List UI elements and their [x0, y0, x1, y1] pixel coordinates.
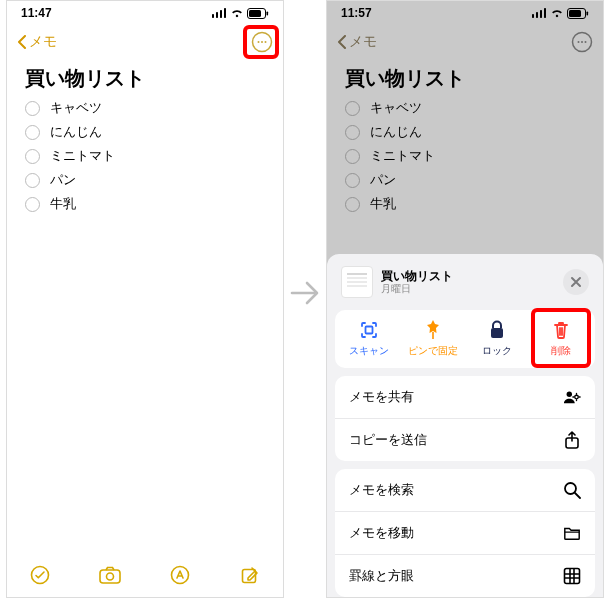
send-copy-item[interactable]: コピーを送信	[335, 418, 595, 461]
chevron-left-icon	[337, 35, 347, 49]
phone-before: 11:47 メモ 買い物リスト キャベツ にんじん ミ	[6, 0, 284, 598]
svg-rect-0	[212, 14, 214, 18]
checkbox-empty-icon[interactable]	[25, 101, 40, 116]
action-label: スキャン	[349, 344, 389, 358]
scan-icon	[359, 320, 379, 340]
list-item[interactable]: パン	[7, 168, 283, 192]
menu-label: 罫線と方眼	[349, 567, 414, 585]
svg-rect-12	[100, 570, 120, 583]
nav-bar: メモ	[7, 25, 283, 59]
list-item: キャベツ	[327, 96, 603, 120]
pin-icon	[423, 320, 443, 340]
svg-point-25	[581, 41, 583, 43]
list-item[interactable]: キャベツ	[7, 96, 283, 120]
move-note-item[interactable]: メモを移動	[335, 511, 595, 554]
wifi-icon	[230, 8, 244, 18]
cellular-icon	[212, 8, 227, 18]
back-button[interactable]: メモ	[17, 33, 57, 51]
list-item: にんじん	[327, 120, 603, 144]
more-icon	[571, 31, 593, 53]
checkbox-empty-icon	[345, 173, 360, 188]
svg-point-26	[585, 41, 587, 43]
checkbox-empty-icon	[345, 101, 360, 116]
list-item[interactable]: ミニトマト	[7, 144, 283, 168]
list-item-label: キャベツ	[50, 99, 102, 117]
more-button[interactable]	[251, 31, 273, 53]
grid-icon	[563, 567, 581, 585]
person-add-icon	[563, 388, 581, 406]
status-bar: 11:47	[7, 1, 283, 25]
checkbox-empty-icon	[345, 149, 360, 164]
cellular-icon	[532, 8, 547, 18]
search-icon	[563, 481, 581, 499]
back-label: メモ	[349, 33, 377, 51]
close-icon	[570, 276, 582, 288]
checkbox-empty-icon	[345, 125, 360, 140]
find-in-note-item[interactable]: メモを検索	[335, 469, 595, 511]
svg-point-31	[575, 395, 579, 399]
action-sheet: 買い物リスト 月曜日 スキャン ピンで固定 ロック 削除	[327, 254, 603, 597]
note-title: 買い物リスト	[327, 59, 603, 96]
checkbox-empty-icon[interactable]	[25, 125, 40, 140]
camera-button[interactable]	[99, 564, 121, 586]
phone-after: 11:57 メモ 買い物リスト キャベツ にんじん ミニトマト パン 牛乳 買い…	[326, 0, 604, 598]
more-icon	[251, 31, 273, 53]
checkbox-empty-icon[interactable]	[25, 173, 40, 188]
sheet-title: 買い物リスト	[381, 269, 453, 283]
wifi-icon	[550, 8, 564, 18]
chevron-left-icon	[17, 35, 27, 49]
checkbox-empty-icon[interactable]	[25, 149, 40, 164]
bottom-toolbar	[7, 553, 283, 597]
menu-group-main: メモを検索 メモを移動 罫線と方眼	[335, 469, 595, 597]
pin-action[interactable]: ピンで固定	[401, 316, 465, 362]
list-item-label: 牛乳	[50, 195, 76, 213]
svg-point-10	[265, 41, 267, 43]
list-item-label: にんじん	[370, 123, 422, 141]
battery-icon	[567, 8, 589, 19]
share-note-item[interactable]: メモを共有	[335, 376, 595, 418]
svg-rect-16	[532, 14, 534, 18]
status-icons	[212, 8, 269, 19]
svg-point-33	[565, 483, 576, 494]
lock-icon	[487, 320, 507, 340]
list-item-label: キャベツ	[370, 99, 422, 117]
close-button[interactable]	[563, 269, 589, 295]
checklist-button[interactable]	[29, 564, 51, 586]
markup-button[interactable]	[169, 564, 191, 586]
svg-rect-34	[565, 569, 580, 584]
compose-button[interactable]	[239, 564, 261, 586]
list-item: パン	[327, 168, 603, 192]
checkbox-empty-icon[interactable]	[25, 197, 40, 212]
menu-label: コピーを送信	[349, 431, 427, 449]
list-item: ミニトマト	[327, 144, 603, 168]
list-item: 牛乳	[327, 192, 603, 216]
scan-action[interactable]: スキャン	[337, 316, 401, 362]
svg-rect-3	[224, 8, 226, 18]
list-item-label: ミニトマト	[50, 147, 115, 165]
menu-label: メモを共有	[349, 388, 414, 406]
list-item[interactable]: にんじん	[7, 120, 283, 144]
menu-label: メモを検索	[349, 481, 414, 499]
lock-action[interactable]: ロック	[465, 316, 529, 362]
list-item[interactable]: 牛乳	[7, 192, 283, 216]
back-button: メモ	[337, 33, 377, 51]
more-button	[571, 31, 593, 53]
list-item-label: ミニトマト	[370, 147, 435, 165]
svg-rect-27	[366, 327, 373, 334]
menu-label: メモを移動	[349, 524, 414, 542]
note-title: 買い物リスト	[7, 59, 283, 96]
svg-rect-1	[216, 12, 218, 18]
svg-rect-2	[220, 10, 222, 18]
svg-rect-28	[432, 332, 434, 339]
svg-rect-6	[267, 11, 269, 15]
svg-rect-5	[249, 10, 261, 17]
lines-grids-item[interactable]: 罫線と方眼	[335, 554, 595, 597]
share-icon	[563, 431, 581, 449]
svg-rect-18	[540, 10, 542, 18]
delete-action[interactable]: 削除	[529, 316, 593, 362]
list-item-label: パン	[370, 171, 396, 189]
action-label: ピンで固定	[408, 344, 458, 358]
svg-rect-19	[544, 8, 546, 18]
folder-icon	[563, 524, 581, 542]
arrow-right-icon	[289, 276, 323, 310]
